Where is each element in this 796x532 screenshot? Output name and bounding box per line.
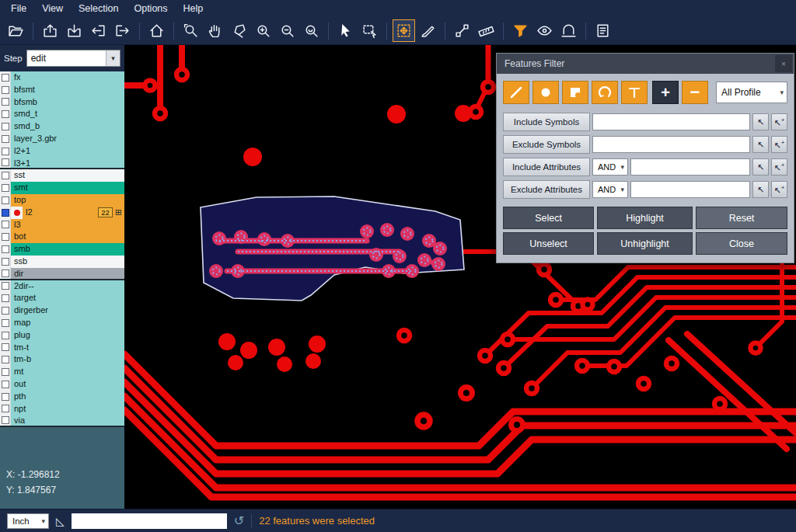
pick-from-canvas-icon[interactable]: ↖ [752, 181, 769, 198]
layer-visibility-checkbox[interactable] [0, 317, 11, 329]
import-left-icon[interactable] [87, 19, 110, 42]
close-icon[interactable]: × [775, 55, 792, 72]
layer-row-ssb[interactable]: ssb [0, 256, 124, 268]
layer-visibility-checkbox[interactable] [0, 329, 11, 342]
brush-icon[interactable] [417, 19, 439, 42]
layer-visibility-checkbox[interactable] [0, 169, 11, 182]
filter-funnel-icon[interactable] [509, 19, 532, 42]
layer-visibility-checkbox[interactable] [0, 304, 11, 317]
layer-row-pth[interactable]: pth [0, 391, 124, 403]
layer-visibility-checkbox[interactable] [0, 403, 11, 416]
layer-row-dir[interactable]: dir [0, 268, 124, 280]
pick-from-canvas-icon[interactable]: ↖ [752, 158, 769, 176]
pick-add-from-canvas-icon[interactable]: ↖+ [771, 113, 787, 130]
ruler-icon[interactable] [475, 19, 498, 42]
layer-row-fx[interactable]: fx [0, 71, 124, 84]
include-attributes-button[interactable]: Include Attributes [503, 158, 590, 176]
menu-help[interactable]: Help [176, 0, 211, 17]
exclude-symbols-button[interactable]: Exclude Symbols [503, 135, 590, 154]
layer-row-layer_3.gbr[interactable]: layer_3.gbr [0, 133, 124, 145]
layer-row-l3[interactable]: l3 [0, 219, 124, 231]
zoom-out-icon[interactable] [276, 19, 298, 42]
include-attributes-input[interactable] [630, 158, 750, 176]
remove-filter-button[interactable]: − [682, 81, 708, 104]
snap-icon[interactable] [557, 19, 580, 42]
pad-tool-icon[interactable] [532, 81, 559, 104]
layer-row-via[interactable]: via [0, 415, 124, 427]
surface-tool-icon[interactable] [562, 81, 588, 104]
unit-select[interactable]: Inch ▾ [7, 513, 49, 529]
layer-row-l2+1[interactable]: l2+1 [0, 145, 124, 158]
layer-row-smd_b[interactable]: smd_b [0, 120, 124, 133]
lasso-select-icon[interactable] [228, 19, 250, 42]
measure-points-icon[interactable] [451, 19, 473, 42]
chevron-down-icon[interactable]: ▾ [106, 50, 120, 66]
layer-visibility-checkbox[interactable] [0, 256, 11, 268]
menu-options[interactable]: Options [126, 0, 175, 17]
arc-tool-icon[interactable] [592, 81, 618, 104]
unhighlight-button[interactable]: Unhighlight [597, 232, 693, 255]
layer-visibility-checkbox[interactable] [0, 71, 11, 84]
layer-visibility-checkbox[interactable] [0, 378, 11, 391]
zoom-area-icon[interactable] [180, 19, 202, 42]
layer-row-tm-t[interactable]: tm-t [0, 342, 124, 354]
layer-visibility-checkbox[interactable] [0, 108, 11, 120]
pick-add-from-canvas-icon[interactable]: ↖+ [771, 158, 787, 176]
exclude-attributes-button[interactable]: Exclude Attributes [503, 180, 590, 199]
layer-visibility-checkbox[interactable] [0, 145, 11, 158]
layer-row-dirgerber[interactable]: dirgerber [0, 304, 124, 317]
unselect-button[interactable]: Unselect [503, 232, 594, 255]
layer-row-top[interactable]: top [0, 194, 124, 207]
layer-visibility-checkbox[interactable] [0, 182, 11, 194]
zoom-fit-icon[interactable] [300, 19, 323, 42]
pick-add-from-canvas-icon[interactable]: ↖+ [771, 136, 787, 153]
layer-row-smt[interactable]: smt [0, 182, 124, 194]
layer-visibility-checkbox[interactable] [0, 342, 11, 354]
rect-select-icon[interactable] [358, 19, 381, 42]
move-selection-icon[interactable] [393, 19, 415, 42]
include-symbols-input[interactable] [592, 113, 750, 130]
layer-visibility-checkbox[interactable] [0, 231, 11, 243]
menu-selection[interactable]: Selection [71, 0, 126, 17]
layer-row-tm-b[interactable]: tm-b [0, 353, 124, 366]
layer-visibility-checkbox[interactable] [0, 120, 11, 133]
pick-from-canvas-icon[interactable]: ↖ [752, 113, 769, 130]
layer-row-npt[interactable]: npt [0, 403, 124, 416]
layer-row-map[interactable]: map [0, 317, 124, 329]
layer-row-bfsmt[interactable]: bfsmt [0, 84, 124, 96]
layer-row-l3+1[interactable]: l3+1 [0, 158, 124, 170]
eye-icon[interactable] [533, 19, 556, 42]
menu-view[interactable]: View [34, 0, 71, 17]
menu-file[interactable]: File [3, 0, 34, 17]
layer-visibility-checkbox[interactable] [0, 366, 11, 378]
export-right-icon[interactable] [111, 19, 134, 42]
layer-visibility-checkbox[interactable] [0, 219, 11, 231]
export-up-icon[interactable] [39, 19, 61, 42]
layer-visibility-checkbox[interactable] [0, 391, 11, 403]
layer-row-plug[interactable]: plug [0, 329, 124, 342]
layer-row-target[interactable]: target [0, 292, 124, 304]
home-icon[interactable] [145, 19, 168, 42]
text-tool-icon[interactable] [621, 81, 648, 104]
step-select[interactable]: edit ▾ [26, 50, 120, 67]
highlight-button[interactable]: Highlight [597, 207, 693, 229]
layer-row-mt[interactable]: mt [0, 366, 124, 378]
layer-row-bot[interactable]: bot [0, 231, 124, 243]
import-down-icon[interactable] [63, 19, 86, 42]
report-list-icon[interactable] [592, 19, 614, 42]
layer-visibility-checkbox[interactable] [0, 194, 11, 207]
open-folder-icon[interactable] [5, 19, 27, 42]
layer-visibility-checkbox[interactable] [0, 415, 11, 426]
layer-visibility-checkbox[interactable] [0, 207, 11, 219]
layer-visibility-checkbox[interactable] [0, 268, 11, 279]
include-symbols-button[interactable]: Include Symbols [503, 113, 590, 131]
layer-visibility-checkbox[interactable] [0, 133, 11, 145]
pick-from-canvas-icon[interactable]: ↖ [752, 136, 769, 153]
layer-row-out[interactable]: out [0, 378, 124, 391]
pick-add-from-canvas-icon[interactable]: ↖+ [771, 181, 787, 198]
close-button[interactable]: Close [696, 232, 787, 255]
operator-select[interactable]: AND▾ [592, 181, 628, 198]
layer-row-smd_t[interactable]: smd_t [0, 108, 124, 120]
exclude-attributes-input[interactable] [630, 181, 750, 198]
layer-visibility-checkbox[interactable] [0, 158, 11, 169]
